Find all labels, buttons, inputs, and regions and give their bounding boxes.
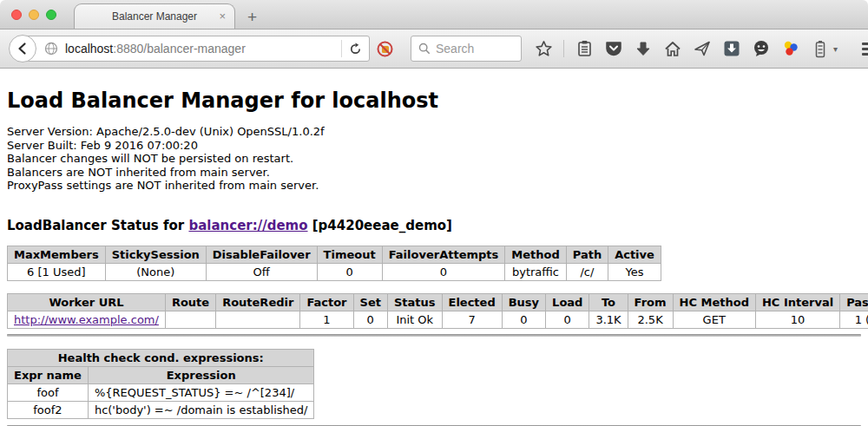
col-failoverattempts: FailoverAttempts [382, 246, 505, 263]
pocket-icon[interactable] [604, 39, 623, 58]
url-host: localhost [65, 42, 113, 56]
cell-expr-name: foof2 [8, 401, 89, 418]
col-factor: Factor [300, 293, 353, 311]
col-route: Route [165, 293, 215, 311]
bookmark-star-icon[interactable] [534, 39, 553, 58]
table-header-row: Expr name Expression [8, 366, 314, 383]
colorzilla-extension-icon[interactable] [781, 39, 800, 58]
toolbar-icons: ▾ [534, 39, 868, 58]
col-status: Status [387, 293, 442, 311]
col-expression: Expression [88, 366, 314, 383]
table-row: foof %{REQUEST_STATUS} =~ /^[234]/ [8, 383, 314, 401]
col-path: Path [566, 246, 608, 263]
col-from: From [628, 293, 673, 311]
col-elected: Elected [442, 293, 502, 311]
cell-load: 0 [546, 311, 589, 328]
cell-elected: 7 [442, 311, 502, 328]
table-header-row: MaxMembers StickySession DisableFailover… [8, 246, 661, 263]
col-method: Method [505, 246, 566, 263]
cell-active: Yes [608, 263, 661, 280]
cell-method: bytraffic [505, 263, 566, 280]
menu-hamburger-icon[interactable] [860, 39, 868, 58]
server-version-line: Server Version: Apache/2.5.0-dev (Unix) … [7, 125, 861, 139]
battery-extension-icon[interactable] [811, 39, 830, 58]
close-window-button[interactable] [11, 10, 22, 20]
urlbar-divider [341, 40, 342, 57]
site-identity-globe-icon[interactable] [44, 42, 58, 56]
search-icon [418, 43, 431, 55]
server-built-line: Server Built: Feb 9 2016 07:00:20 [7, 139, 861, 153]
col-active: Active [608, 246, 661, 263]
reload-icon [349, 43, 362, 56]
col-passes: Passes [840, 293, 868, 311]
col-busy: Busy [502, 293, 545, 311]
col-set: Set [353, 293, 387, 311]
browser-window: Balancer Manager × + localhost:88 [0, 0, 868, 426]
send-to-device-icon[interactable] [693, 39, 712, 58]
cell-routeredir [216, 311, 300, 328]
cell-expression: %{REQUEST_STATUS} =~ /^[234]/ [88, 383, 314, 401]
cell-expr-name: foof [8, 383, 89, 401]
chat-smiley-extension-icon[interactable] [752, 39, 771, 58]
col-timeout: Timeout [317, 246, 382, 263]
url-bar[interactable]: localhost:8880/balancer-manager [23, 36, 370, 62]
cell-route [165, 311, 215, 328]
col-expr-name: Expr name [8, 366, 89, 383]
page-title: Load Balancer Manager for localhost [7, 88, 861, 113]
col-load: Load [546, 293, 589, 311]
table-header-row: Worker URL Route RouteRedir Factor Set S… [8, 293, 868, 311]
reload-button[interactable] [347, 43, 369, 56]
inherit-warning-line: Balancers are NOT inherited from main se… [7, 166, 861, 180]
minimize-window-button[interactable] [29, 10, 39, 20]
new-tab-button[interactable]: + [247, 9, 257, 25]
url-text[interactable]: localhost:8880/balancer-manager [65, 42, 336, 56]
cell-busy: 0 [502, 311, 545, 328]
home-icon[interactable] [663, 39, 682, 58]
table-row: 6 [1 Used] (None) Off 0 0 bytraffic /c/ … [8, 263, 661, 280]
chevron-down-icon[interactable]: ▾ [833, 44, 838, 54]
col-maxmembers: MaxMembers [8, 246, 106, 263]
table-row: http://www.example.com/ 1 0 Init Ok 7 0 … [8, 311, 868, 328]
cell-status: Init Ok [387, 311, 442, 328]
cell-hc-method: GET [673, 311, 755, 328]
horizontal-rule [7, 334, 861, 337]
cell-factor: 1 [300, 311, 353, 328]
col-stickysession: StickySession [105, 246, 206, 263]
balancer-settings-table: MaxMembers StickySession DisableFailover… [7, 246, 661, 281]
proxypass-warning-line: ProxyPass settings are NOT inherited fro… [7, 179, 861, 193]
window-controls [11, 10, 56, 20]
plugin-blocked-icon[interactable] [377, 41, 393, 57]
col-to: To [589, 293, 628, 311]
cell-to: 3.1K [589, 311, 628, 328]
server-info: Server Version: Apache/2.5.0-dev (Unix) … [7, 125, 861, 193]
tab-bar: Balancer Manager × + [0, 0, 868, 29]
health-table-title: Health check cond. expressions: [8, 349, 314, 366]
col-hc-interval: HC Interval [755, 293, 839, 311]
col-hc-method: HC Method [673, 293, 755, 311]
search-input[interactable] [436, 42, 514, 56]
col-disablefailover: DisableFailover [206, 246, 317, 263]
tab-close-icon[interactable]: × [219, 10, 226, 23]
tab-title: Balancer Manager [112, 10, 197, 23]
zoom-window-button[interactable] [46, 10, 56, 20]
balancer-demo-link[interactable]: balancer://demo [188, 218, 307, 233]
table-row: foof2 hc('body') =~ /domain is establish… [8, 401, 314, 418]
worker-url-link[interactable]: http://www.example.com/ [14, 313, 159, 326]
col-routeredir: RouteRedir [216, 293, 300, 311]
status-heading-prefix: LoadBalancer Status for [7, 218, 188, 233]
cell-hc-interval: 10 [755, 311, 839, 328]
download-manager-extension-icon[interactable] [722, 39, 741, 58]
cell-timeout: 0 [317, 263, 382, 280]
back-button[interactable] [9, 35, 36, 62]
url-group: localhost:8880/balancer-manager [9, 35, 400, 62]
search-bar[interactable] [411, 36, 522, 62]
navigation-toolbar: localhost:8880/balancer-manager [0, 29, 868, 69]
url-path: :8880/balancer-manager [113, 42, 246, 56]
tab-balancer-manager[interactable]: Balancer Manager × [74, 3, 235, 29]
loadbalancer-status-heading: LoadBalancer Status for balancer://demo … [7, 218, 861, 233]
toolbar-divider [563, 40, 564, 57]
status-heading-suffix: [p4420eeae_demo] [308, 218, 452, 233]
cell-path: /c/ [566, 263, 608, 280]
reading-list-icon[interactable] [575, 39, 594, 58]
downloads-icon[interactable] [634, 39, 653, 58]
